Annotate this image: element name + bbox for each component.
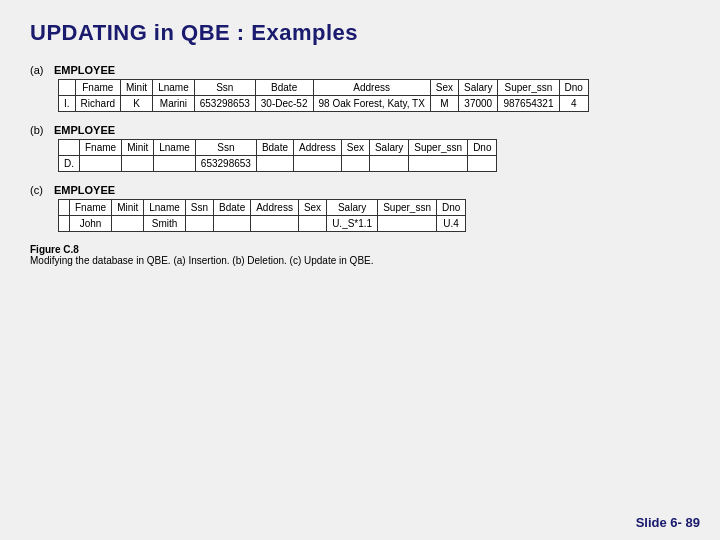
col-sex-b: Sex — [341, 140, 369, 156]
table-row: I. Richard K Marini 653298653 30-Dec-52 … — [59, 96, 589, 112]
col-address-c: Address — [251, 200, 299, 216]
col-lname-b: Lname — [154, 140, 196, 156]
section-b: (b) EMPLOYEE Fname Minit Lname Ssn Bdate… — [30, 124, 690, 172]
cell-minit-a1: K — [121, 96, 153, 112]
row-label-c1 — [59, 216, 70, 232]
col-address-b: Address — [294, 140, 342, 156]
cell-lname-a1: Marini — [153, 96, 195, 112]
col-ssn-b: Ssn — [195, 140, 256, 156]
cell-sex-b1 — [341, 156, 369, 172]
col-header-empty — [59, 80, 76, 96]
col-lname-c: Lname — [144, 200, 186, 216]
row-label-b1: D. — [59, 156, 80, 172]
cell-sex-c1 — [298, 216, 326, 232]
cell-address-b1 — [294, 156, 342, 172]
col-superssn-b: Super_ssn — [409, 140, 468, 156]
col-minit-a: Minit — [121, 80, 153, 96]
cell-superssn-b1 — [409, 156, 468, 172]
table-header-row-b: Fname Minit Lname Ssn Bdate Address Sex … — [59, 140, 497, 156]
section-c-table: Fname Minit Lname Ssn Bdate Address Sex … — [58, 199, 466, 232]
cell-bdate-a1: 30-Dec-52 — [255, 96, 313, 112]
cell-dno-a1: 4 — [559, 96, 588, 112]
col-dno-a: Dno — [559, 80, 588, 96]
row-label-a1: I. — [59, 96, 76, 112]
cell-salary-b1 — [369, 156, 408, 172]
table-header-row-c: Fname Minit Lname Ssn Bdate Address Sex … — [59, 200, 466, 216]
col-salary-c: Salary — [327, 200, 378, 216]
cell-fname-b1 — [80, 156, 122, 172]
section-a-letter: (a) — [30, 64, 50, 76]
cell-superssn-c1 — [378, 216, 437, 232]
page: UPDATING in QBE : Examples (a) EMPLOYEE … — [0, 0, 720, 540]
cell-fname-c1: John — [70, 216, 112, 232]
col-salary-b: Salary — [369, 140, 408, 156]
table-row-b: D. 653298653 — [59, 156, 497, 172]
col-dno-b: Dno — [468, 140, 497, 156]
table-header-row: Fname Minit Lname Ssn Bdate Address Sex … — [59, 80, 589, 96]
col-lname-a: Lname — [153, 80, 195, 96]
col-ssn-a: Ssn — [194, 80, 255, 96]
cell-sex-a1: M — [430, 96, 458, 112]
section-a-table-wrapper: Fname Minit Lname Ssn Bdate Address Sex … — [58, 79, 690, 112]
col-sex-a: Sex — [430, 80, 458, 96]
section-a: (a) EMPLOYEE Fname Minit Lname Ssn Bdate… — [30, 64, 690, 112]
col-superssn-c: Super_ssn — [378, 200, 437, 216]
figure-caption: Figure C.8 Modifying the database in QBE… — [30, 244, 690, 266]
cell-fname-a1: Richard — [75, 96, 120, 112]
cell-address-c1 — [251, 216, 299, 232]
page-title: UPDATING in QBE : Examples — [30, 20, 690, 46]
section-c: (c) EMPLOYEE Fname Minit Lname Ssn Bdate… — [30, 184, 690, 232]
section-b-letter: (b) — [30, 124, 50, 136]
col-sex-c: Sex — [298, 200, 326, 216]
cell-minit-b1 — [122, 156, 154, 172]
col-fname-b: Fname — [80, 140, 122, 156]
col-bdate-c: Bdate — [214, 200, 251, 216]
cell-minit-c1 — [112, 216, 144, 232]
col-salary-a: Salary — [459, 80, 498, 96]
col-minit-b: Minit — [122, 140, 154, 156]
cell-superssn-a1: 987654321 — [498, 96, 559, 112]
cell-address-a1: 98 Oak Forest, Katy, TX — [313, 96, 430, 112]
cell-bdate-c1 — [214, 216, 251, 232]
cell-lname-c1: Smith — [144, 216, 186, 232]
col-dno-c: Dno — [436, 200, 465, 216]
figure-caption-title: Figure C.8 — [30, 244, 690, 255]
section-b-table: Fname Minit Lname Ssn Bdate Address Sex … — [58, 139, 497, 172]
cell-dno-b1 — [468, 156, 497, 172]
section-a-table-name: EMPLOYEE — [54, 64, 115, 76]
figure-caption-text: Modifying the database in QBE. (a) Inser… — [30, 255, 690, 266]
cell-ssn-c1 — [185, 216, 213, 232]
section-a-table: Fname Minit Lname Ssn Bdate Address Sex … — [58, 79, 589, 112]
col-minit-c: Minit — [112, 200, 144, 216]
col-superssn-a: Super_ssn — [498, 80, 559, 96]
col-bdate-a: Bdate — [255, 80, 313, 96]
section-b-table-wrapper: Fname Minit Lname Ssn Bdate Address Sex … — [58, 139, 690, 172]
col-ssn-c: Ssn — [185, 200, 213, 216]
table-row-c: John Smith U._S*1.1 U.4 — [59, 216, 466, 232]
col-bdate-b: Bdate — [256, 140, 293, 156]
cell-salary-a1: 37000 — [459, 96, 498, 112]
cell-lname-b1 — [154, 156, 196, 172]
cell-bdate-b1 — [256, 156, 293, 172]
col-address-a: Address — [313, 80, 430, 96]
cell-dno-c1: U.4 — [436, 216, 465, 232]
slide-number: Slide 6- 89 — [636, 515, 700, 530]
cell-ssn-b1: 653298653 — [195, 156, 256, 172]
col-header-empty-b — [59, 140, 80, 156]
section-c-table-name: EMPLOYEE — [54, 184, 115, 196]
section-b-table-name: EMPLOYEE — [54, 124, 115, 136]
section-c-table-wrapper: Fname Minit Lname Ssn Bdate Address Sex … — [58, 199, 690, 232]
col-header-empty-c — [59, 200, 70, 216]
col-fname-a: Fname — [75, 80, 120, 96]
cell-ssn-a1: 653298653 — [194, 96, 255, 112]
section-c-letter: (c) — [30, 184, 50, 196]
cell-salary-c1: U._S*1.1 — [327, 216, 378, 232]
col-fname-c: Fname — [70, 200, 112, 216]
